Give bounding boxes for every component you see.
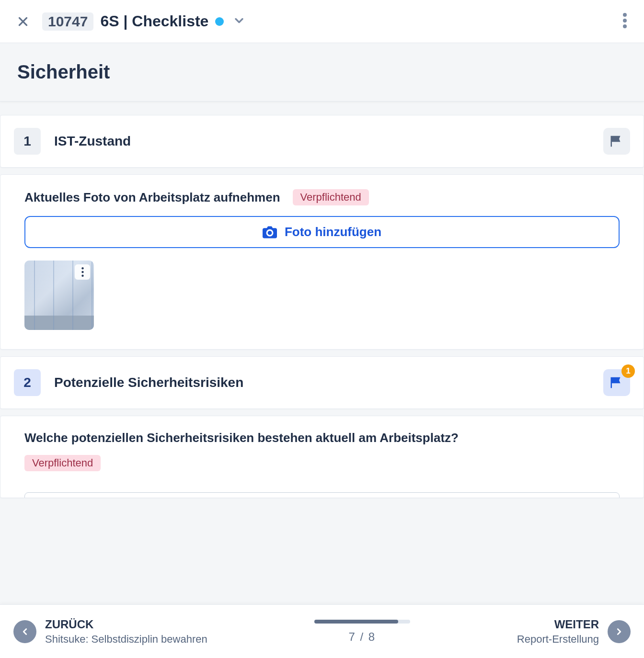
page-sep: /	[356, 630, 368, 643]
svg-point-3	[623, 19, 627, 23]
back-sublabel: Shitsuke: Selbstdisziplin bewahren	[45, 633, 207, 646]
question-header-card: 2 Potenzielle Sicherheitsrisiken 1	[0, 356, 644, 409]
add-photo-label: Foto hinzufügen	[285, 225, 381, 239]
flag-count-badge: 1	[621, 364, 635, 378]
question-header: 1 IST-Zustand	[0, 115, 644, 167]
nav-back-group: ZURÜCK Shitsuke: Selbstdisziplin bewahre…	[13, 618, 207, 646]
add-photo-button[interactable]: Foto hinzufügen	[24, 216, 620, 248]
prompt-line: Aktuelles Foto von Arbeitsplatz aufnehme…	[24, 189, 620, 205]
flag-button[interactable]: 1	[603, 369, 630, 396]
back-label: ZURÜCK	[45, 618, 207, 631]
prompt-text: Aktuelles Foto von Arbeitsplatz aufnehme…	[24, 190, 280, 205]
svg-point-6	[81, 271, 83, 273]
footer-center: 7 / 8	[314, 620, 410, 644]
app-header: 10747 6S | Checkliste	[0, 0, 644, 43]
question-header-card: 1 IST-Zustand	[0, 115, 644, 168]
header-left-group: 10747 6S | Checkliste	[13, 12, 248, 31]
more-options-button[interactable]	[619, 9, 631, 34]
title-group: 10747 6S | Checkliste	[42, 12, 248, 31]
section-title: Sicherheit	[0, 43, 644, 102]
question-body-card: Welche potenziellen Sicherheitsrisiken b…	[0, 416, 644, 498]
flag-icon	[610, 134, 624, 148]
svg-point-4	[623, 24, 627, 28]
required-badge: Verpflichtend	[24, 455, 101, 471]
back-button[interactable]	[13, 620, 36, 643]
progress-fill	[314, 620, 398, 624]
chevron-down-icon	[232, 14, 246, 27]
question-header: 2 Potenzielle Sicherheitsrisiken 1	[0, 357, 644, 408]
flag-button[interactable]	[603, 128, 630, 155]
more-vertical-icon	[81, 267, 84, 277]
close-icon	[17, 15, 29, 28]
id-badge: 10747	[42, 12, 93, 31]
page-title: 6S | Checkliste	[100, 12, 208, 30]
chevron-left-icon	[20, 626, 30, 637]
status-dot-icon	[215, 17, 224, 26]
thumbnail-more-button[interactable]	[75, 264, 90, 280]
title-dropdown-button[interactable]	[230, 12, 248, 31]
question-body: Aktuelles Foto von Arbeitsplatz aufnehme…	[0, 175, 644, 349]
next-label: WEITER	[517, 618, 599, 631]
next-sublabel: Report-Erstellung	[517, 633, 599, 646]
required-badge: Verpflichtend	[293, 189, 369, 205]
question-title: IST-Zustand	[54, 134, 590, 149]
nav-next-group: WEITER Report-Erstellung	[517, 618, 631, 646]
next-button[interactable]	[608, 620, 631, 643]
chevron-right-icon	[614, 626, 624, 637]
camera-icon	[263, 226, 277, 238]
svg-point-2	[623, 13, 627, 17]
more-vertical-icon	[623, 13, 627, 28]
answer-input[interactable]	[24, 492, 620, 498]
svg-point-7	[81, 275, 83, 277]
page-current: 7	[348, 630, 356, 643]
thumbnail-row	[24, 261, 620, 330]
close-button[interactable]	[13, 12, 33, 31]
question-number-badge: 1	[14, 128, 41, 155]
svg-point-5	[81, 267, 83, 269]
prompt-text: Welche potenziellen Sicherheitsrisiken b…	[24, 431, 459, 445]
question-title: Potenzielle Sicherheitsrisiken	[54, 375, 590, 390]
photo-thumbnail[interactable]	[24, 261, 94, 330]
page-total: 8	[368, 630, 376, 643]
nav-next-labels: WEITER Report-Erstellung	[517, 618, 599, 646]
nav-back-labels: ZURÜCK Shitsuke: Selbstdisziplin bewahre…	[45, 618, 207, 646]
progress-bar	[314, 620, 410, 624]
question-body: Welche potenziellen Sicherheitsrisiken b…	[0, 416, 644, 498]
question-number-badge: 2	[14, 369, 41, 396]
flag-icon	[610, 375, 624, 390]
question-body-card: Aktuelles Foto von Arbeitsplatz aufnehme…	[0, 174, 644, 350]
page-indicator: 7 / 8	[314, 630, 410, 644]
footer-nav: ZURÜCK Shitsuke: Selbstdisziplin bewahre…	[0, 604, 644, 658]
prompt-block: Welche potenziellen Sicherheitsrisiken b…	[24, 431, 620, 482]
